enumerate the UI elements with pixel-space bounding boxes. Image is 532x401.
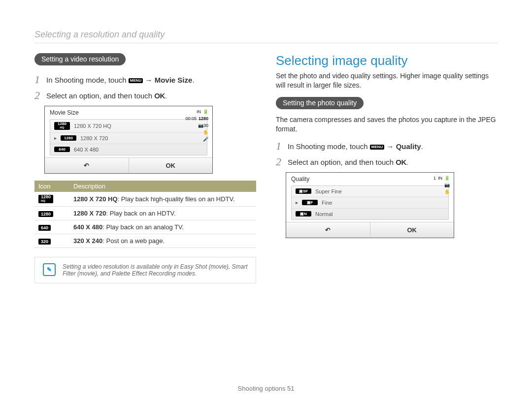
row-bold: 1280 X 720 HQ [73,195,118,203]
row-text: : Play back on an analog TV. [102,223,184,231]
badge-icon: 1280HQ [54,122,70,130]
option-list[interactable]: ▣SFSuper Fine ▣FFine ▣NNormal [291,185,449,220]
ok-icon: OK [396,158,406,166]
badge-icon: ▣SF [296,188,311,194]
row-bold: 1280 X 720 [73,210,106,217]
page-footer: Shooting options 51 [0,385,532,392]
row-icon: 320 [38,239,51,245]
row-text: : Play back on an HDTV. [106,210,176,217]
battery-icon: 🔋 [444,176,450,181]
option-label: Normal [315,211,332,217]
stabilizer-icon: ✋ [444,189,450,194]
option-label: Super Fine [315,188,342,194]
back-button[interactable]: ↶ [286,222,370,238]
table-row: 320320 X 240: Post on a web page. [34,234,256,248]
option-normal[interactable]: ▣NNormal [292,209,448,219]
movie-size-screen: Movie Size IN🔋 00:05 1280 📷30 ✋ 🎤 1280HQ… [44,106,213,174]
option-1280[interactable]: 12801280 X 720 [50,133,207,144]
movie-size-label: Movie Size [155,76,193,84]
mode-badge: 1280 [199,116,208,121]
ok-icon: OK [154,92,165,100]
row-bold: 640 X 480 [73,223,102,231]
counter: 1 [433,176,436,181]
row-icon: 1280 [38,211,53,217]
menu-chip-icon: MENU [370,145,385,150]
text: . [406,158,408,166]
row-icon: 640 [38,225,51,231]
table-row: 640640 X 480: Play back on an analog TV. [34,220,256,234]
row-text: : Play back high-quality files on an HDT… [118,195,235,203]
left-column: Setting a video resolution 1 In Shooting… [34,53,256,283]
screen-status-icons: 1 IN 🔋 📷 ✋ [433,176,450,194]
memory-icon: IN [438,176,442,181]
pill-photo-quality: Setting the photo quality [276,97,364,109]
pill-video-resolution: Setting a video resolution [34,53,126,65]
memory-icon: IN [197,109,201,114]
quality-screen: Quality 1 IN 🔋 📷 ✋ ▣SFSuper Fine ▣FFine … [286,172,454,238]
page-number: 51 [287,385,294,392]
table-row: 1280HQ1280 X 720 HQ: Play back high-qual… [34,192,256,207]
option-label: 640 X 480 [74,147,99,153]
badge-icon: ▣F [302,200,318,205]
page-title: Selecting a resolution and quality [34,30,498,43]
text: . [165,92,167,100]
screen-status-icons: IN🔋 00:05 1280 📷30 ✋ 🎤 [185,109,208,142]
right-step-2: 2 Select an option, and then touch OK. [276,156,498,167]
section-heading: Selecting image quality [276,53,498,68]
text: In Shooting mode, touch [46,76,129,84]
intro-paragraph: Set the photo and video quality settings… [276,71,498,90]
step-number: 2 [276,156,284,167]
arrow-text: → [143,76,154,84]
th-icon: Icon [34,181,69,192]
jpeg-paragraph: The camera compresses and saves the phot… [276,115,498,134]
text: Select an option, and then touch [46,92,154,100]
right-column: Selecting image quality Set the photo an… [276,53,498,283]
quality-label: Quality [396,142,421,151]
back-button[interactable]: ↶ [45,158,129,173]
note-text: Setting a video resolution is available … [63,263,248,277]
arrow-text: → [384,142,396,151]
badge-icon: 640 [54,147,70,152]
row-text: : Post on a web page. [102,237,165,245]
badge-icon: 1280 [61,135,76,141]
step-number: 1 [276,141,284,152]
option-list[interactable]: 1280HQ1280 X 720 HQ 12801280 X 720 64064… [50,119,207,155]
mic-icon: 🎤 [203,137,208,142]
fps-icon: 📷30 [198,123,208,128]
option-640[interactable]: 640640 X 480 [50,144,207,155]
left-step-2: 2 Select an option, and then touch OK. [34,90,256,101]
text: Select an option, and then touch [288,158,396,166]
badge-icon: ▣N [296,211,311,216]
option-fine[interactable]: ▣FFine [292,197,448,209]
left-step-1: 1 In Shooting mode, touch MENU → Movie S… [34,74,256,85]
option-1280hq[interactable]: 1280HQ1280 X 720 HQ [50,120,207,133]
resolution-table: IconDescription 1280HQ1280 X 720 HQ: Pla… [34,181,256,248]
ok-button[interactable]: OK [370,222,454,238]
text: . [421,142,423,151]
battery-icon: 🔋 [203,109,208,114]
th-desc: Description [69,181,256,192]
option-superfine[interactable]: ▣SFSuper Fine [292,186,448,197]
row-icon: 1280HQ [38,195,53,203]
step-number: 2 [34,90,42,101]
camera-icon: 📷 [444,183,450,187]
text: In Shooting mode, touch [288,142,370,151]
text: . [192,76,194,84]
row-bold: 320 X 240 [73,237,102,245]
right-step-1: 1 In Shooting mode, touch MENU → Quality… [276,141,498,152]
note-box: ✎ Setting a video resolution is availabl… [34,257,256,283]
option-label: 1280 X 720 HQ [74,123,111,129]
option-label: Fine [322,200,332,206]
stabilizer-icon: ✋ [203,130,208,135]
ok-button[interactable]: OK [129,158,213,173]
table-row: 12801280 X 720: Play back on an HDTV. [34,207,256,220]
timer: 00:05 [185,116,197,121]
menu-chip-icon: MENU [129,78,143,83]
option-label: 1280 X 720 [80,135,108,141]
footer-section: Shooting options [238,385,287,392]
step-number: 1 [34,74,42,85]
note-icon: ✎ [43,263,56,276]
screen-title: Quality [286,173,454,185]
